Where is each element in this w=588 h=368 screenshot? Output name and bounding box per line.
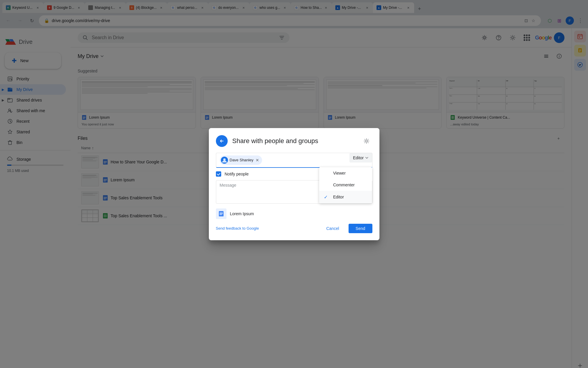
checkbox-check-icon: [216, 172, 221, 176]
role-dropdown-button[interactable]: Editor: [349, 153, 372, 163]
message-placeholder: Message: [220, 183, 236, 188]
role-dropdown-wrapper: Editor Viewer Commenter: [349, 153, 372, 167]
commenter-label: Commenter: [333, 183, 355, 187]
chip-person-name: Dave Shanley: [230, 158, 254, 162]
feedback-link[interactable]: Send feedback to Google: [216, 226, 319, 231]
shared-item-name: Lorem Ipsum: [230, 211, 254, 216]
role-option-commenter[interactable]: Commenter: [319, 179, 372, 191]
editor-label: Editor: [333, 195, 344, 199]
viewer-label: Viewer: [333, 171, 346, 175]
role-option-editor[interactable]: ✓ Editor: [319, 191, 372, 203]
people-input-area: Dave Shanley ✕: [216, 153, 349, 167]
shared-item-row: Lorem Ipsum: [216, 208, 372, 219]
notify-people-label: Notify people: [225, 172, 249, 176]
svg-point-34: [223, 158, 226, 161]
editor-check-icon: ✓: [324, 194, 330, 200]
dialog-title: Share with people and groups: [232, 137, 356, 145]
dialog-header: Share with people and groups: [216, 135, 372, 147]
dialog-actions: Cancel Send: [319, 224, 372, 233]
chip-remove-button[interactable]: ✕: [255, 158, 260, 163]
chip-avatar-dave: [221, 157, 228, 164]
share-input-row: Dave Shanley ✕ Editor Viewer: [216, 153, 372, 168]
people-search-input[interactable]: [264, 158, 346, 163]
share-dialog: Share with people and groups: [209, 128, 379, 240]
dialog-gear-icon: [363, 138, 370, 144]
modal-overlay[interactable]: Share with people and groups: [0, 0, 588, 368]
cancel-button[interactable]: Cancel: [319, 224, 346, 233]
send-button[interactable]: Send: [349, 224, 372, 233]
back-arrow-icon: [219, 138, 224, 144]
dialog-back-button[interactable]: [216, 135, 228, 147]
chip-avatar-icon: [221, 157, 228, 164]
current-role-label: Editor: [353, 155, 364, 160]
dialog-settings-button[interactable]: [361, 135, 372, 147]
shared-doc-icon: [218, 210, 224, 217]
svg-point-33: [365, 140, 367, 142]
role-dropdown-menu: Viewer Commenter ✓ Editor: [319, 167, 372, 203]
role-chevron-icon: [365, 156, 369, 160]
shared-item-icon: [216, 208, 226, 219]
person-chip-dave: Dave Shanley ✕: [220, 155, 262, 165]
dialog-footer: Send feedback to Google Cancel Send: [216, 224, 372, 233]
notify-checkbox[interactable]: [216, 171, 221, 177]
role-option-viewer[interactable]: Viewer: [319, 167, 372, 179]
